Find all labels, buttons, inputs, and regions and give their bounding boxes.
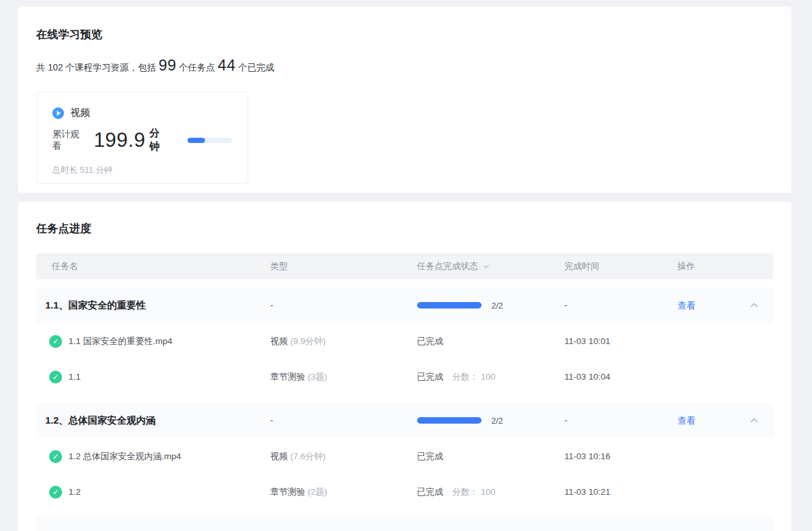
chevron-up-icon[interactable]: [749, 301, 759, 310]
table-row: ✓ 1.2 章节测验(2题) 已完成分数： 100 11-03 10:21: [36, 474, 773, 510]
column-header-status-label: 任务点完成状态: [417, 261, 478, 272]
task-time: 11-03 10:01: [564, 336, 678, 346]
group-time: -: [564, 415, 678, 426]
column-header-time: 完成时间: [564, 261, 678, 272]
task-group-section: 1.1、国家安全的重要性 - 2/2 - 查看: [36, 287, 773, 395]
check-circle-icon: ✓: [49, 450, 62, 463]
column-header-task-name: 任务名: [36, 261, 270, 272]
group-type: -: [270, 415, 417, 426]
task-time: 11-03 10:04: [564, 372, 678, 382]
task-type: 视频(7.6分钟): [270, 451, 417, 462]
table-header: 任务名 类型 任务点完成状态 完成时间 操作: [36, 254, 773, 279]
task-points-count: 99: [158, 56, 176, 74]
table-row-group[interactable]: 1.1、国家安全的重要性 - 2/2 - 查看: [36, 287, 773, 323]
task-score: 分数： 100: [453, 486, 496, 498]
task-status: 已完成分数： 100: [417, 486, 564, 498]
video-progress-fill: [187, 138, 205, 143]
video-stat-card: 视频 累计观看 199.9 分钟 总时长 511 分钟: [36, 92, 248, 184]
task-time: 11-03 10:21: [564, 487, 678, 497]
summary-prefix: 共 102 个课程学习资源，包括: [36, 62, 156, 74]
column-header-type: 类型: [270, 261, 417, 272]
task-name: 1.1 国家安全的重要性.mp4: [69, 336, 173, 347]
group-progress-count: 2/2: [491, 416, 503, 426]
group-name: 1.2、总体国家安全观内涵: [36, 415, 270, 427]
completed-count: 44: [218, 56, 236, 74]
group-progress-fill: [417, 417, 482, 424]
task-status: 已完成: [417, 451, 564, 462]
group-time: -: [564, 300, 678, 310]
check-circle-icon: ✓: [49, 335, 62, 348]
watched-label: 累计观看: [52, 129, 87, 152]
check-circle-icon: ✓: [49, 486, 62, 499]
task-name: 1.1: [69, 372, 81, 382]
table-row: ✓ 1.1 章节测验(3题) 已完成分数： 100 11-03 10:04: [36, 359, 773, 395]
check-circle-icon: ✓: [49, 371, 62, 384]
completed-label: 个已完成: [239, 62, 275, 74]
overview-card: 在线学习预览 共 102 个课程学习资源，包括 99 个任务点 44 个已完成 …: [18, 6, 791, 193]
task-group-section: 1.2、总体国家安全观内涵 - 2/2 - 查看: [36, 402, 773, 510]
overview-summary: 共 102 个课程学习资源，包括 99 个任务点 44 个已完成: [36, 56, 773, 74]
table-row: ✓ 1.2 总体国家安全观内涵.mp4 视频(7.6分钟) 已完成 11-03 …: [36, 439, 773, 474]
video-play-icon: [52, 107, 64, 119]
task-name: 1.2 总体国家安全观内涵.mp4: [69, 451, 181, 462]
column-header-status-filter[interactable]: 任务点完成状态: [417, 261, 564, 272]
task-status: 已完成分数： 100: [417, 371, 564, 383]
group-progress-bar: [417, 417, 482, 424]
task-type: 章节测验(2题): [270, 486, 417, 498]
chevron-up-icon[interactable]: [749, 416, 759, 425]
chevron-down-icon: [482, 263, 490, 270]
tasks-card: 任务点进度 任务名 类型 任务点完成状态 完成时间 操作 1.1、国家安全的重要…: [18, 202, 791, 531]
watched-unit: 分钟: [149, 127, 169, 154]
total-duration-label: 总时长 511 分钟: [52, 164, 232, 176]
task-name: 1.2: [69, 487, 81, 497]
table-row-group-partial[interactable]: [36, 515, 773, 531]
task-type: 视频(9.9分钟): [270, 336, 417, 347]
column-header-action: 操作: [678, 261, 773, 272]
group-progress-count: 2/2: [491, 301, 503, 310]
tasks-table: 任务名 类型 任务点完成状态 完成时间 操作 1.1、国家安全的重要性 -: [36, 254, 773, 531]
task-points-label: 个任务点: [179, 62, 215, 74]
view-link[interactable]: 查看: [678, 300, 696, 310]
group-progress: 2/2: [417, 416, 564, 426]
video-watched-row: 累计观看 199.9 分钟: [52, 127, 232, 154]
watched-value: 199.9: [94, 129, 145, 152]
group-progress: 2/2: [417, 301, 564, 310]
view-link[interactable]: 查看: [678, 415, 696, 426]
table-row-group[interactable]: 1.2、总体国家安全观内涵 - 2/2 - 查看: [36, 402, 773, 439]
video-progress-bar: [187, 138, 232, 143]
group-type: -: [270, 300, 417, 310]
group-name: 1.1、国家安全的重要性: [36, 299, 270, 312]
overview-title: 在线学习预览: [36, 27, 773, 42]
group-progress-bar: [417, 302, 482, 309]
group-progress-fill: [417, 302, 482, 309]
task-status: 已完成: [417, 336, 564, 347]
table-row: ✓ 1.1 国家安全的重要性.mp4 视频(9.9分钟) 已完成 11-03 1…: [36, 323, 773, 359]
video-card-label: 视频: [70, 107, 90, 119]
task-score: 分数： 100: [453, 371, 496, 383]
video-card-header: 视频: [52, 107, 232, 119]
task-time: 11-03 10:16: [564, 451, 678, 461]
tasks-title: 任务点进度: [36, 221, 773, 236]
task-type: 章节测验(3题): [270, 371, 417, 383]
